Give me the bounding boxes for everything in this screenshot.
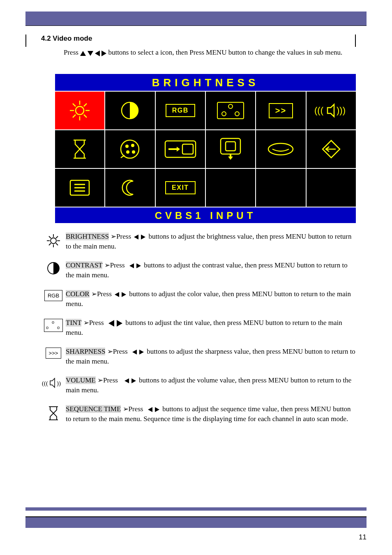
osd-row-1: RGB >> ((())) [55,92,356,129]
svg-point-28 [268,143,293,155]
osd-pip-horiz-icon[interactable] [156,130,206,168]
contrast-icon [41,260,66,275]
svg-point-19 [125,145,129,148]
osd-panel: BRIGHTNESS RGB >> ((())) [54,73,357,224]
footer-bar-thick [25,517,367,528]
svg-line-40 [56,243,58,245]
svg-point-21 [126,150,129,154]
osd-sharpness-icon[interactable]: >> [256,92,306,129]
speaker-icon: ((()) [41,375,66,389]
osd-exit-button[interactable]: EXIT [156,169,206,207]
svg-rect-26 [221,138,240,154]
desc-sequence-time: SEQUENCE TIME ➢Press buttons to adjust t… [41,404,357,424]
hourglass-icon [41,404,66,421]
svg-rect-25 [182,144,193,154]
sun-icon [41,232,66,249]
change-mark-left [25,35,26,47]
osd-contrast-icon[interactable] [105,92,155,129]
page-number: 11 [359,533,367,541]
svg-point-12 [222,112,226,116]
svg-text:))): ))) [337,105,346,115]
desc-color: RGB COLOR ➢Press buttons to adjust the c… [41,289,357,309]
svg-line-8 [84,104,87,106]
osd-color-icon[interactable]: RGB [156,92,206,129]
osd-tint-icon[interactable] [206,92,256,129]
rgb-box-icon: RGB [41,289,66,301]
svg-text:)): )) [57,380,61,387]
svg-rect-27 [226,142,235,151]
tint-box-icon: ooo [41,318,66,332]
svg-line-7 [73,115,76,117]
osd-row-2 [55,129,356,168]
osd-empty-2 [256,169,306,207]
change-mark-right [355,35,356,47]
section-heading: 4.2 Video mode [41,35,92,43]
arrow-buttons-icon [80,49,106,57]
intro-text: Press buttons to select a icon, then Pre… [64,48,357,57]
osd-satellite-icon[interactable] [105,130,155,168]
svg-line-41 [49,243,51,245]
osd-diamond-arrow-icon[interactable] [307,130,356,168]
svg-line-6 [84,115,87,117]
osd-moon-icon[interactable] [105,169,155,207]
svg-point-11 [228,104,233,108]
osd-brightness-icon[interactable] [55,92,105,129]
svg-point-0 [76,106,84,115]
osd-volume-icon[interactable]: ((())) [307,92,356,129]
header-rule [25,25,367,26]
osd-wide-icon[interactable] [256,130,306,168]
svg-line-42 [56,236,58,238]
svg-line-39 [49,236,51,238]
svg-point-34 [51,238,56,244]
desc-brightness: BRIGHTNESS ➢Press buttons to adjust the … [41,232,357,251]
desc-volume: ((()) VOLUME ➢Press buttons to adjust th… [41,375,357,395]
svg-text:(((: ((( [42,380,48,387]
svg-point-13 [235,112,239,116]
osd-title: BRIGHTNESS [55,74,356,92]
osd-sequence-time-icon[interactable] [55,130,105,168]
desc-contrast: CONTRAST ➢Press buttons to adjust the co… [41,260,357,280]
osd-empty-3 [307,169,356,207]
svg-line-5 [73,104,76,106]
osd-footer: CVBS1 INPUT [55,207,356,223]
osd-empty-1 [206,169,256,207]
footer-bar-thin [25,507,367,511]
header-bar [25,12,367,25]
desc-tint: ooo TINT ➢Press buttons to adjust the ti… [41,318,357,338]
osd-row-3: EXIT [55,168,356,207]
desc-sharpness: >>> SHARPNESS ➢Press buttons to adjust t… [41,347,357,366]
osd-pip-vert-icon[interactable] [206,130,256,168]
svg-text:(((: ((( [314,105,324,115]
svg-point-22 [132,150,135,154]
svg-point-20 [131,144,134,147]
sharpness-box-icon: >>> [41,347,66,359]
osd-list-icon[interactable] [55,169,105,207]
